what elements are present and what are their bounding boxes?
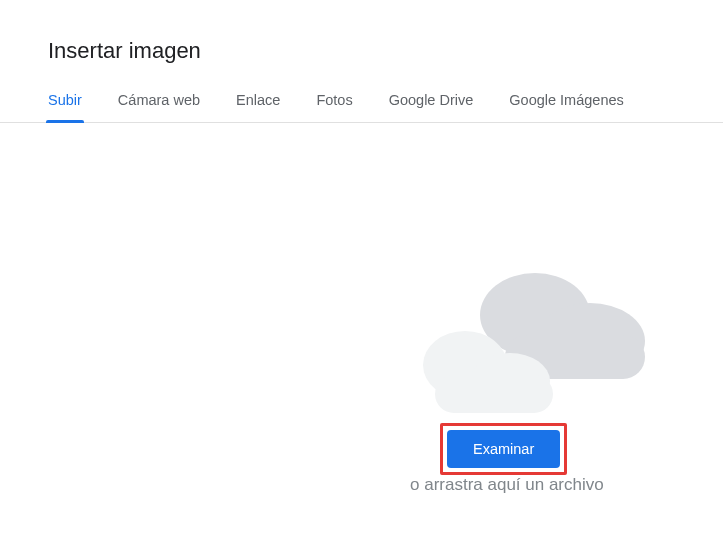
- tab-label: Subir: [48, 92, 82, 108]
- tabs-bar: Subir Cámara web Enlace Fotos Google Dri…: [0, 64, 723, 123]
- tab-photos[interactable]: Fotos: [316, 92, 352, 122]
- insert-image-dialog: Insertar imagen Subir Cámara web Enlace …: [0, 0, 723, 523]
- upload-stage[interactable]: Examinar o arrastra aquí un archivo: [0, 123, 723, 523]
- browse-button[interactable]: Examinar: [447, 430, 560, 468]
- clouds-icon: [390, 253, 650, 423]
- tab-label: Google Drive: [389, 92, 474, 108]
- tab-link[interactable]: Enlace: [236, 92, 280, 122]
- tab-upload[interactable]: Subir: [48, 92, 82, 122]
- dialog-title: Insertar imagen: [0, 0, 723, 64]
- svg-rect-5: [435, 375, 553, 413]
- tab-label: Google Imágenes: [509, 92, 623, 108]
- tab-label: Fotos: [316, 92, 352, 108]
- drag-hint-text: o arrastra aquí un archivo: [410, 475, 604, 495]
- tab-label: Enlace: [236, 92, 280, 108]
- browse-button-highlight: Examinar: [440, 423, 567, 475]
- tab-google-drive[interactable]: Google Drive: [389, 92, 474, 122]
- tab-google-images[interactable]: Google Imágenes: [509, 92, 623, 122]
- tab-label: Cámara web: [118, 92, 200, 108]
- tab-webcam[interactable]: Cámara web: [118, 92, 200, 122]
